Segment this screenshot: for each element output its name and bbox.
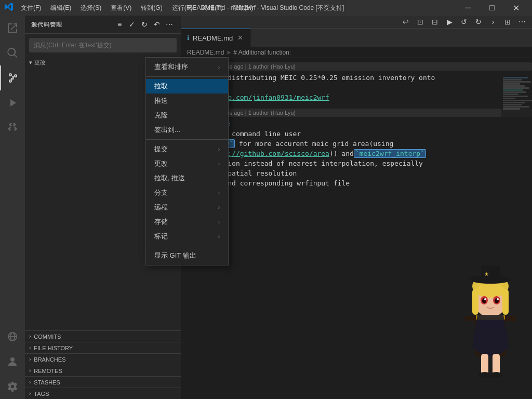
revert-btn[interactable]: ↺ bbox=[458, 16, 470, 28]
context-menu[interactable]: 查看和排序 › 拉取 推送 克隆 签出到... 提交 › 更改 › 拉取, 推送… bbox=[145, 57, 229, 265]
breadcrumb-sep1: ➤ bbox=[226, 49, 231, 56]
maximize-button[interactable]: □ bbox=[480, 0, 504, 16]
svg-point-16 bbox=[497, 298, 499, 300]
svg-point-11 bbox=[481, 296, 488, 304]
stashes-chevron-icon: › bbox=[29, 379, 31, 385]
activity-settings[interactable] bbox=[0, 374, 25, 399]
tab-bar: ℹ README.md × bbox=[181, 29, 532, 47]
ctx-view-sort-label: 查看和排序 bbox=[154, 62, 188, 72]
tags-chevron-icon: › bbox=[29, 391, 31, 396]
ctx-separator-3 bbox=[146, 246, 228, 246]
ctx-item-remote[interactable]: 远程 › bbox=[146, 200, 228, 215]
ctx-checkout-label: 签出到... bbox=[154, 125, 180, 135]
menu-view[interactable]: 查看(V) bbox=[107, 3, 136, 14]
svg-rect-9 bbox=[472, 289, 478, 315]
menu-edit[interactable]: 编辑(E) bbox=[46, 3, 75, 14]
tags-label: TAGS bbox=[34, 391, 49, 397]
file-history-label: FILE HISTORY bbox=[34, 345, 73, 351]
ctx-item-stash[interactable]: 存储 › bbox=[146, 215, 228, 229]
ctx-tag-arrow: › bbox=[218, 234, 220, 240]
ctx-item-checkout[interactable]: 签出到... bbox=[146, 123, 228, 137]
more-actions-btn[interactable]: ⋯ bbox=[516, 16, 528, 28]
activity-remote[interactable] bbox=[0, 324, 25, 349]
editor-line-6: script for command line user bbox=[181, 129, 532, 139]
titlebar-controls: ─ □ ✕ bbox=[456, 0, 528, 16]
tab-close-button[interactable]: × bbox=[236, 34, 244, 42]
svg-point-15 bbox=[484, 298, 486, 300]
ctx-item-clone[interactable]: 克隆 bbox=[146, 108, 228, 123]
panel-file-history[interactable]: › FILE HISTORY bbox=[25, 342, 181, 353]
editor-line-1: ing &amp; distributing MEIC 0.25*0.25 em… bbox=[181, 73, 532, 83]
activity-search[interactable] bbox=[0, 41, 25, 65]
editor-line-9: interpolation instead of nearest interpo… bbox=[181, 158, 532, 168]
ctx-item-pull[interactable]: 拉取 bbox=[146, 79, 228, 94]
editor-line-5: l function: bbox=[181, 119, 532, 129]
changes-chevron-icon: ▾ bbox=[29, 59, 32, 66]
scm-more-btn[interactable]: ⋯ bbox=[164, 19, 175, 30]
tab-readme-label: README.md bbox=[193, 34, 233, 42]
branches-label: BRANCHES bbox=[34, 356, 65, 363]
editor-line-7: `area_new` for more accurent meic grid a… bbox=[181, 139, 532, 149]
ctx-item-branch[interactable]: 分支 › bbox=[146, 185, 228, 200]
svg-point-7 bbox=[470, 275, 511, 284]
scm-actions: ≡ ✓ ↻ ↶ ⋯ bbox=[114, 19, 175, 30]
editor-line-8: rea]( https://github.com/scisco/area )) … bbox=[181, 149, 532, 158]
menu-goto[interactable]: 转到(G) bbox=[137, 3, 166, 14]
commit-message-input[interactable] bbox=[29, 38, 177, 52]
ctx-item-show-git-output[interactable]: 显示 GIT 输出 bbox=[146, 248, 228, 263]
ctx-item-view-sort[interactable]: 查看和排序 › bbox=[146, 60, 228, 74]
menu-select[interactable]: 选择(S) bbox=[76, 3, 105, 14]
breadcrumb: README.md ➤ # Additional function: bbox=[181, 47, 532, 58]
tab-readme[interactable]: ℹ README.md × bbox=[181, 29, 251, 47]
svg-rect-19 bbox=[505, 316, 516, 321]
menu-file[interactable]: 文件(F) bbox=[17, 3, 45, 14]
play-btn[interactable]: ▶ bbox=[444, 16, 455, 28]
activity-bar bbox=[0, 16, 25, 399]
ctx-item-commit[interactable]: 提交 › bbox=[146, 142, 228, 156]
right-panel: ↩ ⊡ ⊟ ▶ ↺ ↻ › ⊞ ⋯ ℹ README.md × README.m… bbox=[181, 16, 532, 399]
remotes-label: REMOTES bbox=[34, 368, 62, 374]
scm-commit-btn[interactable]: ✓ bbox=[127, 19, 137, 30]
activity-account[interactable] bbox=[0, 349, 25, 374]
breadcrumb-section[interactable]: # Additional function: bbox=[233, 49, 291, 56]
activity-source-control[interactable] bbox=[0, 65, 25, 90]
activity-extensions[interactable] bbox=[0, 115, 25, 140]
scm-undo-btn[interactable]: ↶ bbox=[152, 19, 162, 30]
panel-branches[interactable]: › BRANCHES bbox=[25, 353, 181, 365]
split-view-btn[interactable]: ⊞ bbox=[502, 16, 513, 28]
open-changes-btn[interactable]: ⊟ bbox=[429, 16, 441, 28]
ctx-item-changes[interactable]: 更改 › bbox=[146, 156, 228, 171]
ctx-changes-label: 更改 bbox=[154, 159, 168, 168]
nav-right-btn[interactable]: › bbox=[487, 16, 499, 28]
anime-character-decoration: ★ bbox=[449, 242, 532, 388]
main-layout: 源代码管理 ≡ ✓ ↻ ↶ ⋯ ▾ 更改 › COMMITS bbox=[0, 16, 532, 399]
ctx-item-tag[interactable]: 标记 › bbox=[146, 229, 228, 244]
panel-tags[interactable]: › TAGS bbox=[25, 388, 181, 399]
ctx-item-pull-push[interactable]: 拉取, 推送 bbox=[146, 171, 228, 185]
bottom-panels: › COMMITS › FILE HISTORY › BRANCHES › RE… bbox=[25, 330, 181, 399]
tab-readme-icon: ℹ bbox=[187, 34, 190, 42]
minimize-button[interactable]: ─ bbox=[456, 0, 480, 16]
ctx-item-push[interactable]: 推送 bbox=[146, 94, 228, 108]
split-editor-btn[interactable]: ⊡ bbox=[415, 16, 426, 28]
history-back-btn[interactable]: ↩ bbox=[400, 16, 411, 28]
close-button[interactable]: ✕ bbox=[504, 0, 528, 16]
svg-rect-17 bbox=[476, 315, 505, 320]
editor-line-3: ps://github.com/jinfan0931/meic2wrf bbox=[181, 92, 532, 102]
panel-stashes[interactable]: › STASHES bbox=[25, 376, 181, 388]
activity-run[interactable] bbox=[0, 90, 25, 115]
activity-explorer[interactable] bbox=[0, 16, 25, 41]
svg-point-6 bbox=[472, 275, 509, 298]
svg-point-22 bbox=[478, 372, 491, 378]
git-meta-1: 6 months ago | 1 author (Hao Lyu) bbox=[205, 62, 532, 71]
ctx-stash-arrow: › bbox=[218, 219, 220, 225]
panel-remotes[interactable]: › REMOTES bbox=[25, 365, 181, 376]
refresh-btn[interactable]: ↻ bbox=[473, 16, 484, 28]
scm-view-btn[interactable]: ≡ bbox=[114, 19, 125, 30]
remotes-chevron-icon: › bbox=[29, 368, 31, 374]
scm-refresh-btn[interactable]: ↻ bbox=[139, 19, 150, 30]
panel-commits[interactable]: › COMMITS bbox=[25, 330, 181, 342]
breadcrumb-file[interactable]: README.md bbox=[187, 49, 224, 56]
git-meta-2: 6 months ago | 1 author (Hao Lyu) bbox=[205, 109, 532, 117]
svg-rect-8 bbox=[481, 265, 500, 280]
